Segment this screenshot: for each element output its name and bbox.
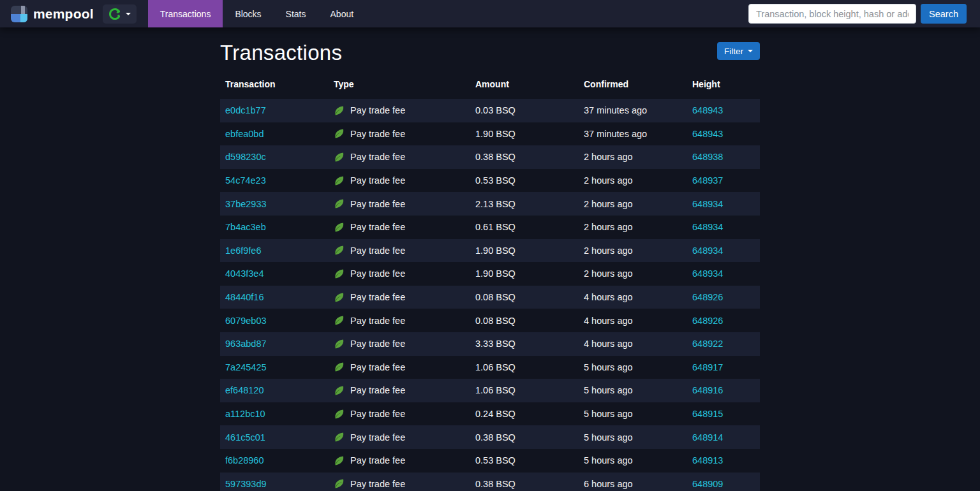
table-row: 7b4ac3eb Pay trade fee 0.61 BSQ 2 hours … (220, 216, 760, 239)
block-height-link[interactable]: 648943 (692, 129, 723, 139)
confirmed-time: 5 hours ago (579, 402, 687, 426)
transaction-type-label: Pay trade fee (350, 292, 405, 302)
transaction-id-link[interactable]: ef648120 (225, 385, 264, 395)
transaction-id-link[interactable]: 597393d9 (225, 479, 267, 489)
table-row: 48440f16 Pay trade fee 0.08 BSQ 4 hours … (220, 286, 760, 309)
search-button[interactable]: Search (921, 4, 967, 24)
search-input[interactable] (748, 4, 916, 24)
mempool-block-icon (11, 6, 27, 22)
amount-value: 0.61 BSQ (470, 216, 579, 239)
leaf-icon (334, 455, 345, 466)
transaction-type-label: Pay trade fee (350, 339, 405, 349)
table-row: 4043f3e4 Pay trade fee 1.90 BSQ 2 hours … (220, 262, 760, 286)
amount-value: 0.38 BSQ (470, 473, 579, 491)
leaf-icon (334, 175, 345, 186)
block-height-link[interactable]: 648916 (692, 385, 723, 395)
block-height-link[interactable]: 648943 (692, 105, 723, 115)
transaction-type-label: Pay trade fee (350, 432, 405, 443)
table-row: ef648120 Pay trade fee 1.06 BSQ 5 hours … (220, 379, 760, 402)
block-height-link[interactable]: 648913 (692, 455, 723, 465)
transaction-id-link[interactable]: 4043f3e4 (225, 268, 264, 279)
leaf-icon (334, 222, 345, 233)
leaf-icon (334, 478, 345, 489)
confirmed-time: 2 hours ago (579, 239, 687, 263)
confirmed-time: 4 hours ago (579, 309, 687, 332)
block-height-link[interactable]: 648926 (692, 292, 723, 302)
block-height-link[interactable]: 648934 (692, 246, 723, 256)
filter-button[interactable]: Filter (717, 42, 760, 60)
nav-item-about[interactable]: About (318, 0, 366, 27)
confirmed-time: 5 hours ago (579, 356, 687, 379)
transaction-type-label: Pay trade fee (350, 222, 405, 232)
amount-value: 0.08 BSQ (470, 286, 579, 309)
block-height-link[interactable]: 648934 (692, 268, 723, 279)
block-height-link[interactable]: 648917 (692, 362, 723, 372)
table-row: d598230c Pay trade fee 0.38 BSQ 2 hours … (220, 145, 760, 169)
leaf-icon (334, 409, 345, 420)
table-row: 37be2933 Pay trade fee 2.13 BSQ 2 hours … (220, 192, 760, 216)
table-row: f6b28960 Pay trade fee 0.53 BSQ 5 hours … (220, 449, 760, 473)
block-height-link[interactable]: 648934 (692, 199, 723, 209)
transaction-id-link[interactable]: a112bc10 (225, 409, 265, 419)
nav-item-transactions[interactable]: Transactions (148, 0, 223, 27)
navbar: mempool Transactions Blocks Stats About … (0, 0, 980, 27)
block-height-link[interactable]: 648914 (692, 432, 723, 443)
block-height-link[interactable]: 648915 (692, 409, 723, 419)
confirmed-time: 4 hours ago (579, 286, 687, 309)
block-height-link[interactable]: 648938 (692, 152, 723, 162)
confirmed-time: 2 hours ago (579, 216, 687, 239)
transaction-type-label: Pay trade fee (350, 105, 405, 115)
block-height-link[interactable]: 648909 (692, 479, 723, 489)
leaf-icon (334, 128, 345, 139)
nav-item-stats[interactable]: Stats (274, 0, 318, 27)
transaction-id-link[interactable]: 963abd87 (225, 339, 267, 349)
currency-selector-dropdown[interactable] (103, 4, 137, 24)
transaction-id-link[interactable]: e0dc1b77 (225, 105, 266, 115)
transaction-id-link[interactable]: 6079eb03 (225, 316, 267, 326)
table-row: 597393d9 Pay trade fee 0.38 BSQ 6 hours … (220, 473, 760, 491)
transaction-type-label: Pay trade fee (350, 129, 405, 139)
transaction-id-link[interactable]: 48440f16 (225, 292, 264, 302)
transaction-id-link[interactable]: 37be2933 (225, 199, 267, 209)
table-row: 963abd87 Pay trade fee 3.33 BSQ 4 hours … (220, 332, 760, 356)
confirmed-time: 6 hours ago (579, 473, 687, 491)
transaction-id-link[interactable]: d598230c (225, 152, 266, 162)
block-height-link[interactable]: 648934 (692, 222, 723, 232)
table-row: a112bc10 Pay trade fee 0.24 BSQ 5 hours … (220, 402, 760, 426)
block-height-link[interactable]: 648937 (692, 175, 723, 186)
amount-value: 3.33 BSQ (470, 332, 579, 356)
amount-value: 2.13 BSQ (470, 192, 579, 216)
confirmed-time: 5 hours ago (579, 425, 687, 449)
transaction-type-label: Pay trade fee (350, 479, 405, 489)
transaction-id-link[interactable]: 54c74e23 (225, 175, 266, 186)
leaf-icon (334, 385, 345, 396)
transaction-type-label: Pay trade fee (350, 268, 405, 279)
column-header-transaction: Transaction (220, 75, 329, 99)
search-form: Search (748, 4, 980, 24)
transaction-id-link[interactable]: 7a245425 (225, 362, 267, 372)
transaction-type-label: Pay trade fee (350, 246, 405, 256)
transaction-type-label: Pay trade fee (350, 455, 405, 465)
brand-name: mempool (33, 6, 94, 22)
transaction-id-link[interactable]: 1e6f9fe6 (225, 246, 261, 256)
mempool-logo[interactable]: mempool (0, 6, 103, 22)
column-header-type: Type (329, 75, 470, 99)
leaf-icon (334, 198, 345, 209)
bsq-coin-icon (108, 8, 121, 20)
transaction-id-link[interactable]: 461c5c01 (225, 432, 265, 443)
transaction-id-link[interactable]: ebfea0bd (225, 129, 264, 139)
transaction-id-link[interactable]: 7b4ac3eb (225, 222, 266, 232)
leaf-icon (334, 292, 345, 303)
transaction-id-link[interactable]: f6b28960 (225, 455, 264, 465)
amount-value: 1.90 BSQ (470, 122, 579, 146)
nav-item-blocks[interactable]: Blocks (223, 0, 273, 27)
block-height-link[interactable]: 648926 (692, 316, 723, 326)
table-body: e0dc1b77 Pay trade fee 0.03 BSQ 37 minut… (220, 99, 760, 491)
confirmed-time: 2 hours ago (579, 262, 687, 286)
leaf-icon (334, 362, 345, 372)
transaction-type-label: Pay trade fee (350, 409, 405, 419)
column-header-confirmed: Confirmed (579, 75, 687, 99)
block-height-link[interactable]: 648922 (692, 339, 723, 349)
transactions-table: Transaction Type Amount Confirmed Height… (220, 75, 760, 491)
leaf-icon (334, 105, 345, 116)
